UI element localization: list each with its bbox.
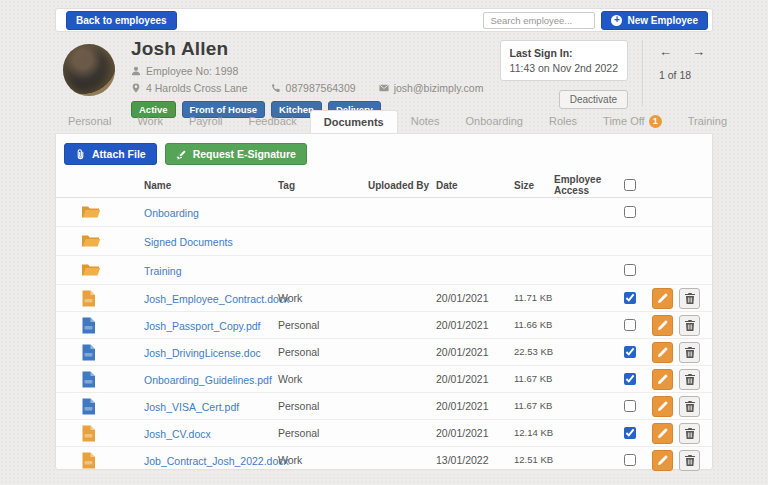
document-row: Josh_Employee_Contract.docx Work 20/01/2… bbox=[56, 285, 712, 312]
document-date: 13/01/2022 bbox=[436, 454, 514, 466]
pencil-icon bbox=[657, 320, 668, 331]
prev-employee-arrow[interactable]: ← bbox=[659, 44, 672, 59]
document-link[interactable]: Onboarding_Guidelines.pdf bbox=[144, 374, 272, 386]
delete-document-button[interactable] bbox=[679, 369, 700, 390]
tab-personal[interactable]: Personal bbox=[55, 110, 124, 133]
employee-access-checkbox[interactable] bbox=[624, 346, 636, 358]
file-icon bbox=[81, 398, 96, 415]
employee-access-checkbox[interactable] bbox=[624, 319, 636, 331]
next-employee-arrow[interactable]: → bbox=[692, 44, 705, 59]
back-button-label: Back to employees bbox=[76, 15, 167, 26]
document-link[interactable]: Josh_Passport_Copy.pdf bbox=[144, 320, 261, 332]
document-date: 20/01/2021 bbox=[436, 373, 514, 385]
request-esignature-button[interactable]: Request E-Signature bbox=[165, 143, 307, 165]
tab-label: Onboarding bbox=[465, 110, 523, 133]
tab-payroll[interactable]: Payroll bbox=[176, 110, 236, 133]
tab-documents[interactable]: Documents bbox=[310, 110, 398, 133]
request-esignature-label: Request E-Signature bbox=[193, 148, 296, 160]
document-tag: Work bbox=[278, 292, 368, 304]
tab-time-off[interactable]: Time Off 1 bbox=[590, 110, 675, 133]
file-icon bbox=[81, 290, 96, 307]
delete-document-button[interactable] bbox=[679, 342, 700, 363]
employee-avatar[interactable] bbox=[63, 44, 115, 96]
header-tag: Tag bbox=[278, 180, 368, 191]
document-date: 20/01/2021 bbox=[436, 427, 514, 439]
employee-number: Employee No: 1998 bbox=[146, 65, 238, 77]
document-link[interactable]: Josh_Employee_Contract.docx bbox=[144, 293, 289, 305]
email-icon bbox=[379, 83, 389, 93]
employee-access-checkbox[interactable] bbox=[624, 427, 636, 439]
folder-link[interactable]: Onboarding bbox=[144, 207, 199, 219]
pencil-icon bbox=[657, 293, 668, 304]
document-row: Josh_CV.docx Personal 20/01/2021 12.14 K… bbox=[56, 420, 712, 447]
folder-link[interactable]: Training bbox=[144, 265, 182, 277]
edit-document-button[interactable] bbox=[652, 315, 673, 336]
deactivate-button[interactable]: Deactivate bbox=[559, 90, 628, 109]
trash-icon bbox=[685, 347, 695, 358]
edit-document-button[interactable] bbox=[652, 288, 673, 309]
edit-document-button[interactable] bbox=[652, 450, 673, 471]
tab-label: Training bbox=[688, 110, 727, 133]
folder-access-checkbox[interactable] bbox=[624, 206, 636, 218]
delete-document-button[interactable] bbox=[679, 423, 700, 444]
header-employee-access: Employee Access bbox=[554, 174, 624, 196]
document-link[interactable]: Job_Contract_Josh_2022.docx bbox=[144, 455, 289, 467]
new-employee-button[interactable]: + New Employee bbox=[601, 11, 708, 30]
delete-document-button[interactable] bbox=[679, 288, 700, 309]
edit-document-button[interactable] bbox=[652, 369, 673, 390]
attach-file-button[interactable]: Attach File bbox=[64, 143, 157, 165]
document-link[interactable]: Josh_CV.docx bbox=[144, 428, 211, 440]
folder-link[interactable]: Signed Documents bbox=[144, 236, 233, 248]
tab-onboarding[interactable]: Onboarding bbox=[452, 110, 536, 133]
employee-access-checkbox[interactable] bbox=[624, 292, 636, 304]
tab-roles[interactable]: Roles bbox=[536, 110, 590, 133]
employee-phone: 087987564309 bbox=[286, 82, 356, 94]
tab-label: Roles bbox=[549, 110, 577, 133]
folder-access-checkbox[interactable] bbox=[624, 264, 636, 276]
edit-document-button[interactable] bbox=[652, 396, 673, 417]
delete-document-button[interactable] bbox=[679, 450, 700, 471]
pencil-icon bbox=[657, 347, 668, 358]
delete-document-button[interactable] bbox=[679, 315, 700, 336]
search-employee-input[interactable] bbox=[483, 12, 595, 29]
edit-document-button[interactable] bbox=[652, 342, 673, 363]
tab-label: Notes bbox=[411, 110, 440, 133]
document-link[interactable]: Josh_VISA_Cert.pdf bbox=[144, 401, 239, 413]
tab-label: Work bbox=[137, 110, 162, 133]
person-icon bbox=[131, 66, 141, 76]
last-sign-in-box: Last Sign In: 11:43 on Nov 2nd 2022 bbox=[500, 40, 628, 81]
document-size: 11.67 KB bbox=[514, 373, 554, 385]
document-date: 20/01/2021 bbox=[436, 319, 514, 331]
phone-icon bbox=[271, 83, 281, 93]
employee-profile-page: Back to employees + New Employee Josh Al… bbox=[0, 0, 768, 485]
tab-notes[interactable]: Notes bbox=[398, 110, 453, 133]
last-sign-in-label: Last Sign In: bbox=[510, 47, 618, 59]
tab-training[interactable]: Training bbox=[675, 110, 740, 133]
header-date: Date bbox=[436, 180, 514, 191]
folder-icon bbox=[81, 233, 101, 249]
new-employee-label: New Employee bbox=[627, 15, 698, 26]
select-all-checkbox[interactable] bbox=[624, 179, 636, 191]
tab-feedback[interactable]: Feedback bbox=[236, 110, 310, 133]
pencil-icon bbox=[657, 455, 668, 466]
back-to-employees-button[interactable]: Back to employees bbox=[66, 11, 177, 30]
employee-access-checkbox[interactable] bbox=[624, 400, 636, 412]
document-row: Josh_Passport_Copy.pdf Personal 20/01/20… bbox=[56, 312, 712, 339]
employee-name: Josh Allen bbox=[131, 38, 501, 60]
employee-access-checkbox[interactable] bbox=[624, 373, 636, 385]
document-link[interactable]: Josh_DrivingLicense.doc bbox=[144, 347, 261, 359]
document-tag: Personal bbox=[278, 319, 368, 331]
file-icon bbox=[81, 344, 96, 361]
pencil-icon bbox=[657, 401, 668, 412]
folder-icon bbox=[81, 262, 101, 278]
employee-info: Josh Allen Employee No: 1998 4 Harolds C… bbox=[131, 38, 501, 118]
edit-document-button[interactable] bbox=[652, 423, 673, 444]
pencil-icon bbox=[657, 374, 668, 385]
employee-access-checkbox[interactable] bbox=[624, 454, 636, 466]
location-pin-icon bbox=[131, 83, 141, 93]
employee-email: josh@bizimply.com bbox=[394, 82, 484, 94]
documents-panel: Attach File Request E-Signature Name Tag… bbox=[55, 133, 713, 470]
folder-row: Training bbox=[56, 256, 712, 285]
delete-document-button[interactable] bbox=[679, 396, 700, 417]
tab-work[interactable]: Work bbox=[124, 110, 175, 133]
